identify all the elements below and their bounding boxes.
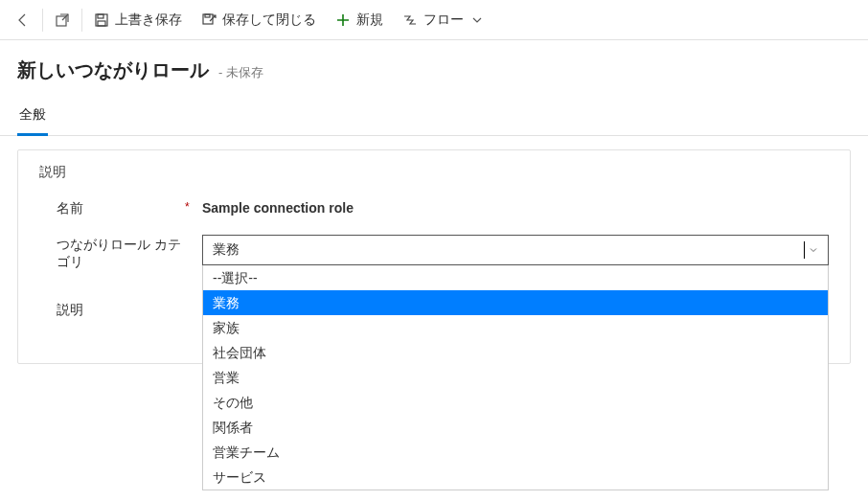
caret-cursor bbox=[804, 241, 805, 259]
section-title: 説明 bbox=[39, 164, 829, 181]
category-option[interactable]: 営業 bbox=[203, 365, 828, 390]
name-field[interactable]: Sample connection role bbox=[202, 198, 829, 216]
field-row-name: 名前 * Sample connection role bbox=[39, 198, 829, 217]
svg-rect-5 bbox=[205, 14, 210, 17]
required-marker: * bbox=[185, 198, 202, 214]
chevron-down-icon bbox=[808, 244, 819, 256]
flow-label: フロー bbox=[423, 11, 464, 29]
category-option[interactable]: 業務 bbox=[203, 290, 828, 315]
category-select-value: 業務 bbox=[213, 241, 240, 259]
chevron-down-icon bbox=[469, 12, 485, 28]
category-dropdown: --選択--業務家族社会団体営業その他関係者営業チームサービス bbox=[202, 265, 829, 490]
page-title: 新しいつながりロール bbox=[17, 59, 209, 80]
flow-menu-button[interactable]: フロー bbox=[393, 0, 494, 39]
description-label: 説明 bbox=[39, 300, 185, 319]
new-button[interactable]: 新規 bbox=[326, 0, 393, 39]
plus-icon bbox=[335, 12, 351, 28]
required-spacer bbox=[185, 300, 202, 302]
popout-button[interactable] bbox=[45, 0, 80, 39]
required-spacer bbox=[185, 235, 202, 237]
category-select-caret[interactable] bbox=[801, 237, 820, 263]
category-option[interactable]: サービス bbox=[203, 465, 828, 490]
back-arrow-icon bbox=[15, 12, 31, 28]
category-option[interactable]: 関係者 bbox=[203, 415, 828, 440]
save-close-button[interactable]: 保存して閉じる bbox=[192, 0, 326, 39]
category-select-input[interactable]: 業務 bbox=[202, 235, 829, 265]
name-label: 名前 bbox=[39, 198, 185, 217]
separator bbox=[81, 9, 82, 32]
page-subtitle: - 未保存 bbox=[218, 65, 263, 80]
tab-list: 全般 bbox=[0, 99, 868, 136]
command-bar: 上書き保存 保存して閉じる 新規 フロー bbox=[0, 0, 868, 40]
separator bbox=[42, 9, 43, 32]
category-field: 業務 --選択--業務家族社会団体営業その他関係者営業チームサービス bbox=[202, 235, 829, 265]
save-button[interactable]: 上書き保存 bbox=[84, 0, 192, 39]
category-option[interactable]: 社会団体 bbox=[203, 340, 828, 365]
flow-icon bbox=[402, 12, 418, 28]
category-option[interactable]: その他 bbox=[203, 390, 828, 415]
category-option[interactable]: --選択-- bbox=[203, 265, 828, 290]
save-label: 上書き保存 bbox=[115, 11, 182, 29]
field-row-category: つながりロール カテゴリ 業務 --選択--業務家族社会団体営業その他関係者営業… bbox=[39, 235, 829, 271]
svg-rect-2 bbox=[98, 14, 103, 18]
save-close-icon bbox=[201, 12, 217, 28]
category-select: 業務 --選択--業務家族社会団体営業その他関係者営業チームサービス bbox=[202, 235, 829, 265]
section-card: 説明 名前 * Sample connection role つながりロール カ… bbox=[17, 149, 851, 364]
back-button[interactable] bbox=[6, 0, 40, 39]
tab-general[interactable]: 全般 bbox=[17, 99, 48, 136]
svg-rect-3 bbox=[98, 21, 105, 26]
page-header: 新しいつながりロール - 未保存 bbox=[0, 40, 868, 83]
name-value: Sample connection role bbox=[202, 198, 829, 216]
new-label: 新規 bbox=[356, 11, 383, 29]
save-icon bbox=[94, 12, 109, 28]
category-option[interactable]: 家族 bbox=[203, 315, 828, 340]
category-option[interactable]: 営業チーム bbox=[203, 440, 828, 465]
category-label: つながりロール カテゴリ bbox=[39, 235, 185, 271]
save-close-label: 保存して閉じる bbox=[222, 11, 316, 29]
popout-icon bbox=[55, 12, 70, 28]
